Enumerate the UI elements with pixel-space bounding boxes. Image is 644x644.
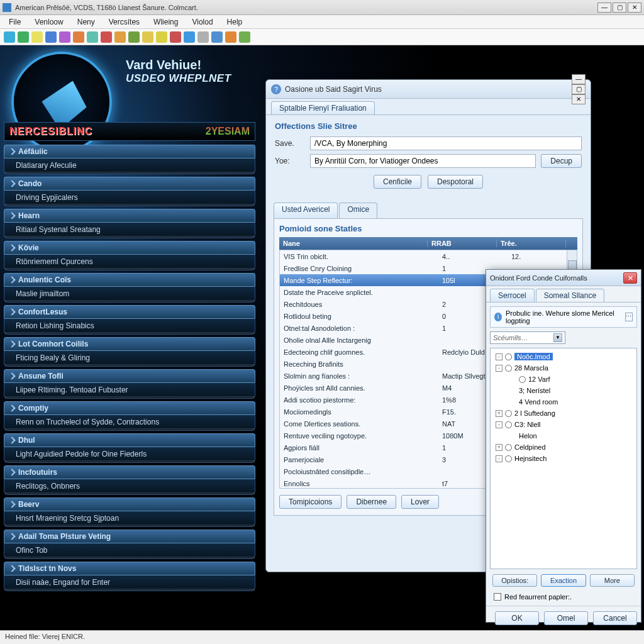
options-button[interactable]: Opistios: bbox=[492, 574, 537, 587]
toolbar-icon-11[interactable] bbox=[156, 31, 167, 43]
sidebar-head-2[interactable]: Hearn bbox=[4, 209, 255, 223]
tree-item[interactable]: 3; Nerístel bbox=[492, 385, 635, 396]
dibernee-button[interactable]: Dibernee bbox=[347, 495, 396, 509]
toolbar-icon-0[interactable] bbox=[4, 31, 15, 43]
more-button[interactable]: More bbox=[590, 574, 635, 587]
col-name[interactable]: Nane bbox=[279, 240, 428, 247]
radio-icon[interactable] bbox=[505, 455, 512, 462]
toolbar-icon-14[interactable] bbox=[197, 31, 209, 43]
sidebar-body-8[interactable]: Renn on Truchelecl of Sydde, Contraction… bbox=[4, 415, 255, 431]
dialog-maximize-button[interactable]: ▢ bbox=[572, 84, 586, 94]
tree-item[interactable]: Helon bbox=[492, 430, 635, 441]
sidebar-head-6[interactable]: Lot Comhort Coilils bbox=[4, 337, 255, 351]
omel-button[interactable]: Omel bbox=[544, 611, 588, 625]
col-tree[interactable]: Trêe. bbox=[497, 240, 566, 247]
toolbar-icon-8[interactable] bbox=[114, 31, 126, 43]
menu-wlieing[interactable]: Wlieing bbox=[147, 16, 184, 28]
toolbar-icon-1[interactable] bbox=[18, 31, 29, 43]
sidebar-head-1[interactable]: Cando bbox=[4, 177, 255, 191]
expand-icon[interactable]: - bbox=[496, 421, 502, 428]
menu-venloow[interactable]: Venloow bbox=[28, 16, 69, 28]
toolbar-icon-5[interactable] bbox=[73, 31, 84, 43]
tree-item[interactable]: 12 Varf bbox=[492, 374, 635, 385]
exaction-button[interactable]: Exaction bbox=[541, 574, 586, 587]
toolbar-icon-16[interactable] bbox=[225, 31, 236, 43]
sidebar-head-8[interactable]: Comptiy bbox=[4, 401, 255, 415]
toolbar-icon-15[interactable] bbox=[211, 31, 223, 43]
tree-item[interactable]: -C3: Nlell bbox=[492, 419, 635, 430]
maximize-button[interactable]: ▢ bbox=[613, 3, 626, 13]
despotoral-button[interactable]: Despotoral bbox=[428, 175, 483, 189]
toolbar-icon-4[interactable] bbox=[59, 31, 70, 43]
sidebar-head-11[interactable]: Beerv bbox=[4, 497, 255, 511]
sidebar-body-12[interactable]: Ofinc Tob bbox=[4, 543, 255, 559]
cancel-button[interactable]: Cancel bbox=[593, 611, 637, 625]
sidebar-head-9[interactable]: Dhul bbox=[4, 433, 255, 447]
sidebar-body-5[interactable]: Retion Lishing Sinabics bbox=[4, 319, 255, 335]
tab-serrocel[interactable]: Serrocel bbox=[490, 289, 535, 302]
toolbar-icon-2[interactable] bbox=[31, 31, 43, 43]
tab-someal[interactable]: Someal Sllance bbox=[536, 289, 604, 302]
sidebar-head-5[interactable]: ConfortLesus bbox=[4, 305, 255, 319]
toolbar-icon-7[interactable] bbox=[101, 31, 112, 43]
menu-violod[interactable]: Violod bbox=[186, 16, 219, 28]
tree-item[interactable]: -Noôc.lmod bbox=[492, 351, 635, 362]
sidebar-head-7[interactable]: Ansune Tofli bbox=[4, 369, 255, 383]
filter-combo[interactable]: Scéumlls… ▼ bbox=[490, 331, 565, 344]
sidebar-body-4[interactable]: Maslie jimailtom bbox=[4, 287, 255, 303]
radio-icon[interactable] bbox=[505, 444, 512, 451]
sidebar-body-13[interactable]: Disii naàe, Engand for Enter bbox=[4, 575, 255, 591]
toolbar-icon-13[interactable] bbox=[184, 31, 195, 43]
tree-item[interactable]: -28 Marscla bbox=[492, 362, 635, 374]
sidebar-body-3[interactable]: Rtönriememl Cpurcens bbox=[4, 255, 255, 270]
tree-item[interactable]: 4 Vend room bbox=[492, 396, 635, 408]
radio-icon[interactable] bbox=[519, 376, 526, 383]
tree-item[interactable]: +Celdpined bbox=[492, 441, 635, 453]
menu-vercsítes[interactable]: Vercsítes bbox=[103, 16, 146, 28]
toolbar-icon-9[interactable] bbox=[128, 31, 140, 43]
sidebar-head-13[interactable]: Tidslsct tn Novs bbox=[4, 562, 255, 575]
sidebar-body-7[interactable]: Liipee Rltiming. Tentoad Fubuster bbox=[4, 383, 255, 399]
tree-item[interactable]: +2 l Suftedang bbox=[492, 408, 635, 419]
menu-help[interactable]: Help bbox=[221, 16, 249, 28]
expand-icon[interactable]: + bbox=[496, 410, 502, 417]
radio-icon[interactable] bbox=[505, 365, 512, 372]
sidebar-body-2[interactable]: Ritiaul Systenal Sreatang bbox=[4, 223, 255, 238]
dialog-conditions-close-button[interactable]: ✕ bbox=[623, 272, 637, 284]
sidebar-body-9[interactable]: Light Aguidied Pedole for Oine Fiederls bbox=[4, 447, 255, 463]
col-rrab[interactable]: RRAB bbox=[428, 240, 497, 247]
sidebar-head-3[interactable]: Kövie bbox=[4, 241, 255, 255]
decup-button[interactable]: Decup bbox=[541, 154, 582, 168]
expand-icon[interactable]: - bbox=[496, 365, 502, 372]
dialog-minimize-button[interactable]: — bbox=[572, 74, 586, 84]
sidebar-head-12[interactable]: Adail Toma Plsture Veting bbox=[4, 530, 255, 543]
sidebar-body-6[interactable]: Fticing Bealy & Gliring bbox=[4, 351, 255, 367]
toolbar-icon-6[interactable] bbox=[87, 31, 98, 43]
tab-omice[interactable]: Omice bbox=[339, 203, 377, 218]
menu-neny[interactable]: Neny bbox=[71, 16, 101, 28]
sidebar-body-0[interactable]: Dlatiarary Afeculie bbox=[4, 158, 255, 174]
toolbar-icon-12[interactable] bbox=[170, 31, 181, 43]
close-button[interactable]: ✕ bbox=[628, 3, 641, 13]
expand-icon[interactable]: - bbox=[496, 353, 502, 360]
toolbar-icon-3[interactable] bbox=[45, 31, 57, 43]
table-row[interactable]: VIS Trin obiclt.4..12. bbox=[280, 250, 577, 262]
radio-icon[interactable] bbox=[505, 421, 512, 428]
dialog-settings-titlebar[interactable]: ? Oasione ub Said Sagirt Virus — ▢ ✕ bbox=[266, 80, 591, 99]
sidebar-body-11[interactable]: Hnsrt Mraening Sretcg Sjptoan bbox=[4, 511, 255, 527]
dialog-close-button[interactable]: ✕ bbox=[572, 94, 586, 104]
tab-usted[interactable]: Usted Avericel bbox=[274, 203, 338, 218]
sidebar-body-1[interactable]: Driving Eypjicalers bbox=[4, 191, 255, 206]
save-input[interactable] bbox=[310, 136, 582, 150]
ok-button[interactable]: OK bbox=[495, 611, 539, 625]
dialog-conditions-titlebar[interactable]: Onidont Ford Conde Cuifornalls ✕ bbox=[486, 270, 641, 286]
toolbar-icon-17[interactable] bbox=[239, 31, 250, 43]
minimize-button[interactable]: — bbox=[597, 3, 611, 13]
radio-icon[interactable] bbox=[505, 353, 512, 360]
yoe-input[interactable] bbox=[310, 154, 536, 168]
sidebar-body-10[interactable]: Reclitogs, Onbners bbox=[4, 479, 255, 495]
sidebar-head-4[interactable]: Anulentic Coïs bbox=[4, 273, 255, 287]
radio-icon[interactable] bbox=[505, 410, 512, 417]
toolbar-icon-10[interactable] bbox=[142, 31, 153, 43]
sidebar-head-0[interactable]: Aéfâuiic bbox=[4, 145, 255, 158]
